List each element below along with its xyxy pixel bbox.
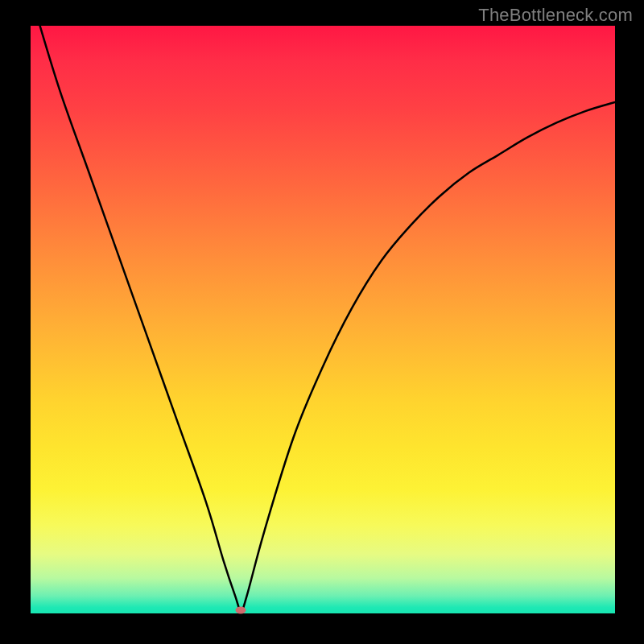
plot-area	[31, 26, 615, 613]
watermark-text: TheBottleneck.com	[478, 5, 633, 26]
chart-frame: TheBottleneck.com	[0, 0, 644, 644]
optimal-point-marker	[236, 607, 246, 614]
bottleneck-curve	[31, 26, 615, 613]
